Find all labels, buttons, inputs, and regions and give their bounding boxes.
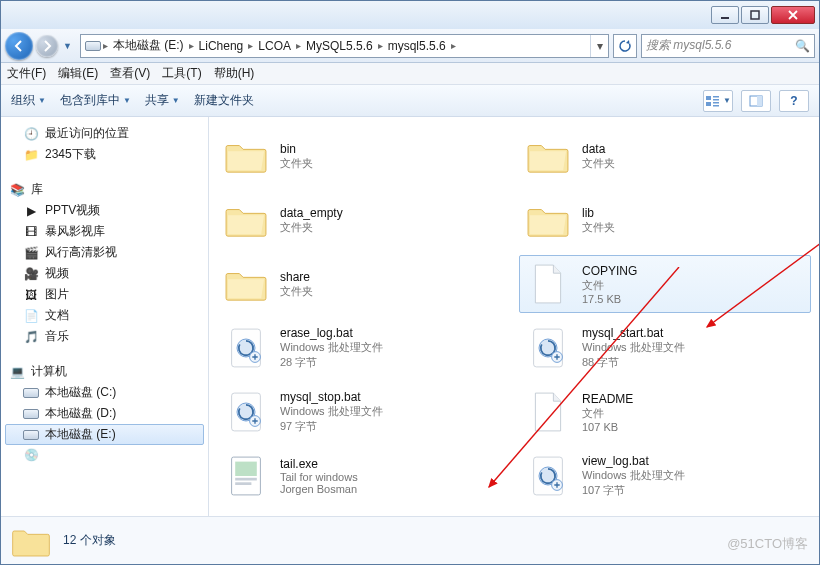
search-box[interactable]: 搜索 mysql5.5.6 🔍 — [641, 34, 815, 58]
file-item[interactable]: COPYING文件17.5 KB — [519, 255, 811, 313]
address-dropdown-icon[interactable]: ▾ — [590, 35, 608, 57]
file-item[interactable]: mysql_stop.batWindows 批处理文件97 字节 — [217, 383, 509, 441]
menu-view[interactable]: 查看(V) — [110, 65, 150, 82]
svg-rect-3 — [713, 96, 719, 98]
cmd-new-folder[interactable]: 新建文件夹 — [194, 92, 254, 109]
bat-icon — [222, 324, 270, 372]
tree-disk-c[interactable]: 本地磁盘 (C:) — [5, 382, 204, 403]
chevron-right-icon[interactable]: ▸ — [376, 40, 385, 51]
video-icon: 🎥 — [23, 266, 39, 282]
chevron-right-icon[interactable]: ▸ — [101, 40, 110, 51]
file-type: Windows 批处理文件 — [582, 468, 685, 483]
preview-pane-button[interactable] — [741, 90, 771, 112]
bat-icon — [524, 452, 572, 500]
file-item[interactable]: bin文件夹 — [217, 127, 509, 185]
forward-button[interactable] — [36, 35, 58, 57]
tree-pptv[interactable]: ▶PPTV视频 — [5, 200, 204, 221]
tree-pictures[interactable]: 🖼图片 — [5, 284, 204, 305]
back-button[interactable] — [5, 32, 33, 60]
svg-rect-20 — [235, 462, 257, 476]
bat-icon — [524, 324, 572, 372]
file-name: mysql_stop.bat — [280, 390, 383, 404]
file-item[interactable]: view_log.batWindows 批处理文件107 字节 — [519, 447, 811, 505]
cmd-include-library[interactable]: 包含到库中▼ — [60, 92, 131, 109]
exe-icon — [222, 452, 270, 500]
menu-edit[interactable]: 编辑(E) — [58, 65, 98, 82]
file-item[interactable]: erase_log.batWindows 批处理文件28 字节 — [217, 319, 509, 377]
menu-bar: 文件(F) 编辑(E) 查看(V) 工具(T) 帮助(H) — [1, 63, 819, 85]
explorer-window: ▼ ▸ 本地磁盘 (E:) ▸ LiCheng ▸ LCOA ▸ MySQL5.… — [0, 0, 820, 565]
menu-file[interactable]: 文件(F) — [7, 65, 46, 82]
svg-rect-9 — [757, 96, 762, 106]
tree-disk-e[interactable]: 本地磁盘 (E:) — [5, 424, 204, 445]
tree-libraries[interactable]: 📚库 — [5, 179, 204, 200]
file-item[interactable]: data_empty文件夹 — [217, 191, 509, 249]
file-item[interactable]: data文件夹 — [519, 127, 811, 185]
bat-icon — [222, 388, 270, 436]
chevron-right-icon[interactable]: ▸ — [294, 40, 303, 51]
breadcrumb-seg[interactable]: LCOA — [255, 39, 294, 53]
tree-disk-d[interactable]: 本地磁盘 (D:) — [5, 403, 204, 424]
tree-baofeng[interactable]: 🎞暴风影视库 — [5, 221, 204, 242]
disk-icon — [23, 406, 39, 422]
breadcrumb-seg[interactable]: MySQL5.5.6 — [303, 39, 376, 53]
tree-recent[interactable]: 🕘最近访问的位置 — [5, 123, 204, 144]
tree-music[interactable]: 🎵音乐 — [5, 326, 204, 347]
tree-videos[interactable]: 🎥视频 — [5, 263, 204, 284]
file-item[interactable]: share文件夹 — [217, 255, 509, 313]
refresh-button[interactable] — [613, 34, 637, 58]
file-size: 88 字节 — [582, 355, 685, 370]
nav-tree[interactable]: 🕘最近访问的位置 📁2345下载 📚库 ▶PPTV视频 🎞暴风影视库 🎬风行高清… — [1, 117, 209, 516]
folder-icon — [222, 132, 270, 180]
file-size: 107 KB — [582, 421, 633, 433]
file-name: view_log.bat — [582, 454, 685, 468]
tree-fengxing[interactable]: 🎬风行高清影视 — [5, 242, 204, 263]
cmd-share[interactable]: 共享▼ — [145, 92, 180, 109]
svg-rect-5 — [706, 102, 711, 106]
file-name: lib — [582, 206, 615, 220]
computer-icon: 💻 — [9, 364, 25, 380]
file-name: mysql_start.bat — [582, 326, 685, 340]
address-bar[interactable]: ▸ 本地磁盘 (E:) ▸ LiCheng ▸ LCOA ▸ MySQL5.5.… — [80, 34, 609, 58]
watermark: @51CTO博客 — [727, 535, 808, 553]
file-name: data_empty — [280, 206, 343, 220]
file-name: README — [582, 392, 633, 406]
file-list[interactable]: bin文件夹data文件夹data_empty文件夹lib文件夹share文件夹… — [209, 117, 819, 516]
menu-tools[interactable]: 工具(T) — [162, 65, 201, 82]
file-type: 文件 — [582, 406, 633, 421]
tree-2345dl[interactable]: 📁2345下载 — [5, 144, 204, 165]
file-type: 文件夹 — [582, 156, 615, 171]
tree-computer[interactable]: 💻计算机 — [5, 361, 204, 382]
file-item[interactable]: README文件107 KB — [519, 383, 811, 441]
history-dropdown-icon[interactable]: ▼ — [63, 41, 72, 51]
file-item[interactable]: tail.exeTail for windowsJorgen Bosman — [217, 447, 509, 505]
file-type: 文件夹 — [582, 220, 615, 235]
close-button[interactable] — [771, 6, 815, 24]
tree-documents[interactable]: 📄文档 — [5, 305, 204, 326]
tree-unknown-drive[interactable]: 💿 — [5, 445, 204, 465]
folder-icon: 📁 — [23, 147, 39, 163]
disk-icon — [23, 427, 39, 443]
file-type: 文件夹 — [280, 284, 313, 299]
file-item[interactable]: mysql_start.batWindows 批处理文件88 字节 — [519, 319, 811, 377]
status-bar: 12 个对象 — [1, 516, 819, 564]
breadcrumb-seg[interactable]: LiCheng — [196, 39, 247, 53]
breadcrumb-seg[interactable]: mysql5.5.6 — [385, 39, 449, 53]
minimize-button[interactable] — [711, 6, 739, 24]
maximize-button[interactable] — [741, 6, 769, 24]
svg-rect-2 — [706, 96, 711, 100]
svg-rect-4 — [713, 99, 719, 101]
file-size: 97 字节 — [280, 419, 383, 434]
menu-help[interactable]: 帮助(H) — [214, 65, 255, 82]
view-mode-button[interactable]: ▼ — [703, 90, 733, 112]
help-button[interactable]: ? — [779, 90, 809, 112]
search-placeholder: 搜索 mysql5.5.6 — [646, 37, 731, 54]
chevron-right-icon[interactable]: ▸ — [449, 40, 458, 51]
file-item[interactable]: lib文件夹 — [519, 191, 811, 249]
cmd-organize[interactable]: 组织▼ — [11, 92, 46, 109]
breadcrumb-seg[interactable]: 本地磁盘 (E:) — [110, 37, 187, 54]
chevron-right-icon[interactable]: ▸ — [187, 40, 196, 51]
titlebar[interactable] — [1, 1, 819, 29]
search-icon[interactable]: 🔍 — [795, 39, 810, 53]
chevron-right-icon[interactable]: ▸ — [246, 40, 255, 51]
